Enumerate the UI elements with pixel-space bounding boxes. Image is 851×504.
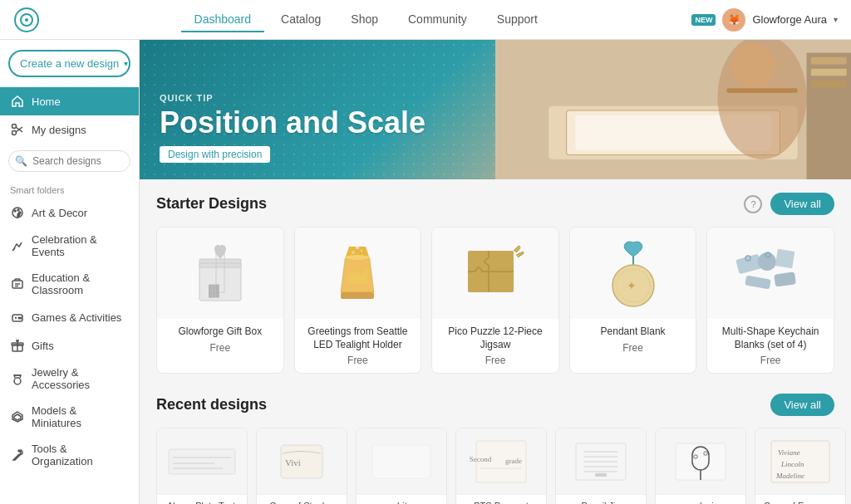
sidebar-item-games-label: Games & Activities bbox=[32, 311, 121, 324]
design-card-puzzle[interactable]: Pico Puzzle 12-Piece Jigsaw Free bbox=[431, 227, 559, 374]
sidebar-item-education-classroom[interactable]: Education & Classroom bbox=[0, 265, 139, 303]
design-card-keychains-image bbox=[707, 228, 834, 319]
sidebar-item-education-label: Education & Classroom bbox=[32, 272, 129, 296]
svg-point-31 bbox=[731, 44, 776, 89]
design-card-tealight[interactable]: Greetings from Seattle LED Tealight Hold… bbox=[294, 227, 422, 374]
svg-point-22 bbox=[14, 378, 21, 384]
nav-tab-dashboard[interactable]: Dashboard bbox=[181, 7, 265, 32]
sidebar-main-nav: Home My designs bbox=[0, 87, 139, 144]
body-layout: Create a new design ▾ Home bbox=[0, 40, 851, 504]
recent-designs-view-all-button[interactable]: View all bbox=[770, 394, 834, 416]
sidebar-item-art-decor[interactable]: Art & Decor bbox=[0, 198, 139, 227]
recent-card-stanley-image: Vivi bbox=[257, 428, 347, 495]
sidebar-item-celebration-events[interactable]: Celebration & Events bbox=[0, 227, 139, 265]
sidebar-item-art-decor-label: Art & Decor bbox=[32, 207, 87, 219]
svg-rect-57 bbox=[774, 272, 796, 286]
new-badge: NEW bbox=[691, 14, 716, 26]
header-right: NEW 🦊 Glowforge Aura ▾ bbox=[691, 8, 838, 32]
scissors-icon bbox=[10, 122, 25, 137]
design-card-keychains[interactable]: Multi-Shape Keychain Blanks (set of 4) F… bbox=[706, 227, 834, 374]
hero-banner[interactable]: Quick Tip Position and Scale Design with… bbox=[140, 40, 851, 179]
recent-designs-section: Recent designs View all Name bbox=[140, 380, 851, 504]
home-icon bbox=[10, 94, 25, 109]
sidebar-item-tools-organization[interactable]: Tools & Organization bbox=[0, 436, 139, 474]
recent-card-name-plate-body: Name Plate Test bbox=[157, 495, 247, 504]
recent-card-white[interactable]: white bbox=[356, 428, 447, 504]
svg-text:grade: grade bbox=[505, 457, 522, 465]
starter-designs-section: Starter Designs ? View all bbox=[140, 179, 851, 380]
sidebar-item-tools-label: Tools & Organization bbox=[32, 443, 129, 467]
svg-text:Madeline: Madeline bbox=[775, 472, 804, 480]
recent-card-stanley[interactable]: Vivi Copy of Stanley Toppers – Acrylic bbox=[256, 428, 347, 504]
svg-point-44 bbox=[345, 255, 370, 260]
games-icon bbox=[10, 310, 25, 325]
sidebar-item-jewelry-label: Jewelry & Accessories bbox=[32, 366, 129, 391]
create-btn-label: Create a new design bbox=[20, 57, 119, 70]
sidebar-item-my-designs[interactable]: My designs bbox=[0, 115, 139, 144]
starter-designs-view-all-button[interactable]: View all bbox=[770, 193, 834, 215]
recent-card-pencil-jig[interactable]: Pencil Jig bbox=[555, 428, 647, 504]
nav-tab-support[interactable]: Support bbox=[484, 7, 551, 32]
design-card-gift-box-image: ▓▓▓ ▓▓▓ bbox=[157, 228, 283, 319]
education-icon bbox=[10, 276, 25, 291]
home-label: Home bbox=[32, 95, 61, 108]
sidebar-item-celebration-label: Celebration & Events bbox=[32, 233, 129, 258]
nav-tab-catalog[interactable]: Catalog bbox=[268, 7, 334, 32]
hero-image-placeholder bbox=[495, 40, 851, 179]
recent-designs-grid: Name Plate Test Vivi Copy of Stanley Top… bbox=[156, 428, 834, 504]
recent-card-name-plate[interactable]: Name Plate Test bbox=[156, 428, 248, 504]
user-menu-chevron[interactable]: ▾ bbox=[834, 15, 838, 24]
search-icon: 🔍 bbox=[15, 155, 27, 167]
recent-card-name-plate-image bbox=[157, 428, 247, 495]
design-card-keychains-title: Multi-Shape Keychain Blanks (set of 4) bbox=[716, 325, 825, 351]
tools-icon bbox=[10, 448, 25, 462]
sidebar: Create a new design ▾ Home bbox=[0, 40, 140, 504]
main-nav: Dashboard Catalog Shop Community Support bbox=[53, 7, 678, 32]
sidebar-item-games-activities[interactable]: Games & Activities bbox=[0, 303, 139, 331]
design-card-puzzle-image bbox=[432, 228, 558, 319]
recent-card-new-design[interactable]: new design bbox=[655, 428, 746, 504]
sidebar-item-gifts-label: Gifts bbox=[32, 340, 54, 352]
design-card-gift-box-price: Free bbox=[165, 342, 275, 354]
svg-text:Vivi: Vivi bbox=[285, 458, 301, 467]
svg-point-45 bbox=[352, 251, 355, 254]
sidebar-item-models-miniatures[interactable]: Models & Miniatures bbox=[0, 398, 139, 436]
nav-tab-shop[interactable]: Shop bbox=[337, 7, 391, 32]
main-content: Quick Tip Position and Scale Design with… bbox=[140, 40, 851, 504]
design-card-pendant[interactable]: ✦ Pendant Blank Free bbox=[569, 227, 697, 374]
sidebar-item-jewelry-accessories[interactable]: Jewelry & Accessories bbox=[0, 360, 139, 398]
design-card-gift-box[interactable]: ▓▓▓ ▓▓▓ Glowforge Gift Box Free bbox=[156, 227, 284, 374]
svg-rect-53 bbox=[735, 254, 762, 275]
design-card-tealight-price: Free bbox=[303, 355, 413, 366]
create-new-design-button[interactable]: Create a new design ▾ bbox=[8, 50, 130, 77]
recent-card-bts-banner-body: BTS Pennant Banner – Wood bbox=[456, 495, 546, 504]
smart-folders-label: Smart folders bbox=[0, 179, 139, 198]
sidebar-item-home[interactable]: Home bbox=[0, 87, 139, 115]
jewelry-icon bbox=[10, 371, 25, 386]
svg-rect-66 bbox=[372, 445, 430, 478]
svg-rect-37 bbox=[199, 263, 241, 301]
help-icon[interactable]: ? bbox=[744, 195, 762, 213]
recent-card-white-title: white bbox=[363, 500, 440, 504]
svg-point-47 bbox=[356, 246, 359, 249]
recent-card-bts-banner[interactable]: Second grade BTS Pennant Banner – Wood bbox=[455, 428, 547, 504]
svg-point-2 bbox=[25, 18, 28, 22]
svg-point-9 bbox=[17, 209, 19, 211]
svg-rect-76 bbox=[595, 473, 607, 477]
recent-card-erasers-body: Copy of Erasers – Rubber bbox=[755, 495, 845, 504]
recent-card-erasers-title: Copy of Erasers – Rubber bbox=[762, 500, 839, 504]
design-card-puzzle-body: Pico Puzzle 12-Piece Jigsaw Free bbox=[432, 319, 558, 373]
design-card-gift-box-title: Glowforge Gift Box bbox=[165, 325, 275, 339]
recent-card-stanley-body: Copy of Stanley Toppers – Acrylic bbox=[257, 495, 347, 504]
recent-card-bts-banner-image: Second grade bbox=[456, 428, 546, 495]
recent-card-erasers[interactable]: Viviane Lincoln Madeline Copy of Erasers… bbox=[755, 428, 846, 504]
design-card-puzzle-title: Pico Puzzle 12-Piece Jigsaw bbox=[440, 325, 550, 351]
design-card-gift-box-body: Glowforge Gift Box Free bbox=[157, 319, 283, 360]
sidebar-item-gifts[interactable]: Gifts bbox=[0, 331, 139, 360]
search-box: 🔍 bbox=[8, 150, 130, 172]
recent-card-new-design-body: new design bbox=[656, 495, 745, 504]
hero-text: Quick Tip Position and Scale Design with… bbox=[160, 93, 426, 163]
avatar: 🦊 bbox=[722, 8, 745, 32]
design-card-tealight-body: Greetings from Seattle LED Tealight Hold… bbox=[295, 319, 421, 373]
nav-tab-community[interactable]: Community bbox=[395, 7, 480, 32]
